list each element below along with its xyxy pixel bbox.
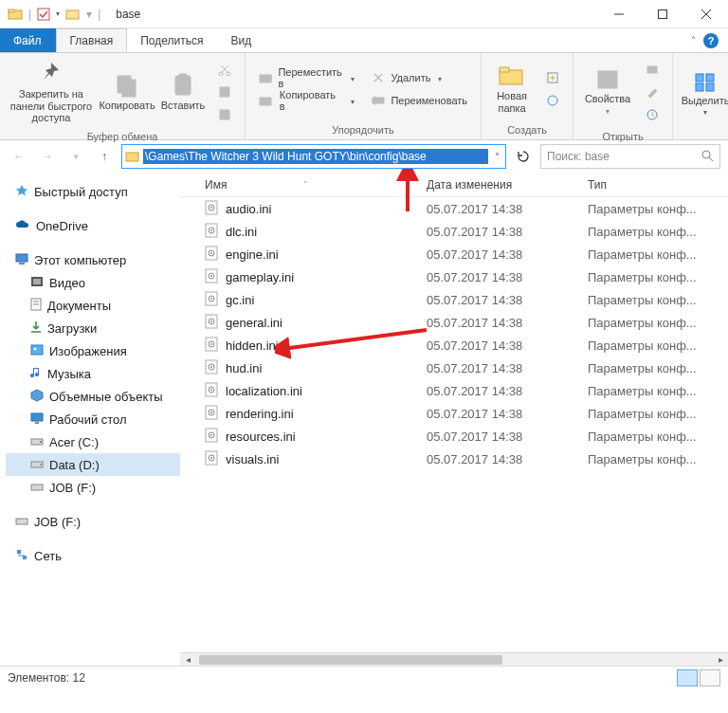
paste-shortcut-button[interactable] [214,104,235,125]
delete-button[interactable]: Удалить [368,67,471,88]
history-button[interactable] [642,104,663,125]
svg-rect-29 [696,83,703,91]
sidebar-this-pc[interactable]: Этот компьютер [6,248,180,271]
maximize-button[interactable] [641,0,684,28]
search-box[interactable]: Поиск: base [540,144,720,169]
sidebar-drive-f2[interactable]: JOB (F:) [6,510,180,533]
file-row[interactable]: dlc.ini05.07.2017 14:38Параметры конф... [180,220,728,243]
up-button[interactable]: ↑ [93,145,116,168]
file-row[interactable]: general.ini05.07.2017 14:38Параметры кон… [180,311,728,334]
objects3d-label: Объемные объекты [49,390,163,404]
tab-view[interactable]: Вид [217,28,265,52]
file-row[interactable]: resources.ini05.07.2017 14:38Параметры к… [180,425,728,448]
thumbnails-view-button[interactable] [700,669,720,686]
file-name: gc.ini [226,293,254,307]
tab-home[interactable]: Главная [56,28,128,52]
copy-to-button[interactable]: Копировать в [255,90,358,111]
select-button[interactable]: Выделить ▾ [679,70,728,119]
svg-point-49 [40,464,42,466]
minimize-button[interactable] [597,0,641,28]
copy-to-label: Копировать в [280,89,344,112]
cut-button[interactable] [214,59,235,80]
sidebar-pictures[interactable]: Изображения [6,339,180,362]
file-row[interactable]: audio.ini05.07.2017 14:38Параметры конф.… [180,197,728,220]
tab-share[interactable]: Поделиться [127,28,217,52]
move-to-button[interactable]: Переместить в [255,67,358,88]
close-button[interactable] [684,0,728,28]
file-type: Параметры конф... [588,316,728,330]
file-row[interactable]: engine.ini05.07.2017 14:38Параметры конф… [180,243,728,265]
sidebar-documents[interactable]: Документы [6,294,180,317]
easy-access-button[interactable] [542,90,563,111]
folder-icon [8,7,23,22]
file-row[interactable]: gameplay.ini05.07.2017 14:38Параметры ко… [180,265,728,288]
file-row[interactable]: visuals.ini05.07.2017 14:38Параметры кон… [180,448,728,470]
address-path[interactable]: \Games\The Witcher 3 Wild Hunt GOTY\bin\… [143,149,488,164]
column-name[interactable]: Имя ˄ [180,178,427,192]
scroll-left-icon[interactable]: ◂ [180,654,195,665]
sidebar-network[interactable]: Сеть [6,544,180,567]
status-bar: Элементов: 12 [0,666,728,688]
back-button[interactable]: ← [8,145,30,168]
open-button[interactable] [642,59,663,80]
sidebar-quick-access[interactable]: Быстрый доступ [6,180,180,203]
details-view-button[interactable] [677,669,698,686]
tab-file[interactable]: Файл [0,28,56,52]
pin-quick-access-button[interactable]: Закрепить на панели быстрого доступа [6,58,97,126]
recent-dropdown[interactable]: ▾ [64,145,87,168]
file-name: localization.ini [226,384,302,398]
sidebar-drive-f1[interactable]: JOB (F:) [6,476,180,499]
column-type[interactable]: Тип [588,178,728,192]
ribbon-group-organize: Переместить в Копировать в Удалить Переи… [246,53,482,139]
desktop-label: Рабочий стол [49,412,127,427]
sidebar-music[interactable]: Музыка [6,362,180,385]
new-folder-button[interactable]: Новая папка [487,62,537,116]
svg-point-59 [210,229,212,231]
file-name: audio.ini [226,202,271,216]
file-row[interactable]: hud.ini05.07.2017 14:38Параметры конф... [180,356,728,379]
file-date: 05.07.2017 14:38 [427,361,588,375]
sidebar-drive-d[interactable]: Data (D:) [6,453,180,476]
forward-button[interactable]: → [36,145,59,168]
file-row[interactable]: localization.ini05.07.2017 14:38Параметр… [180,379,728,402]
download-icon [30,320,42,337]
drive-icon [15,515,28,529]
svg-point-47 [40,441,42,443]
qat-properties-icon[interactable] [37,8,50,21]
address-bar[interactable]: \Games\The Witcher 3 Wild Hunt GOTY\bin\… [121,144,506,169]
properties-label: Свойства [585,93,630,105]
scroll-right-icon[interactable]: ▸ [713,654,728,665]
rename-button[interactable]: Переименовать [368,90,471,111]
copy-button[interactable]: Копировать [99,71,155,114]
cube-icon [30,389,44,405]
qat-new-folder-icon[interactable] [65,8,81,21]
file-date: 05.07.2017 14:38 [427,452,588,466]
sidebar-drive-c[interactable]: Acer (C:) [6,430,180,453]
file-row[interactable]: rendering.ini05.07.2017 14:38Параметры к… [180,402,728,425]
paste-button[interactable]: Вставить [157,71,209,114]
sidebar-videos[interactable]: Видео [6,271,180,294]
scroll-thumb[interactable] [199,655,502,665]
sidebar-desktop[interactable]: Рабочий стол [6,408,180,430]
file-row[interactable]: gc.ini05.07.2017 14:38Параметры конф... [180,288,728,311]
qat-dropdown-icon[interactable]: ▾ [56,9,60,18]
qat-separator-2: ▾ [86,8,92,21]
properties-button[interactable]: Свойства ▾ [579,66,636,118]
ini-file-icon [205,314,218,332]
horizontal-scrollbar[interactable]: ◂ ▸ [180,652,728,666]
file-row[interactable]: hidden.ini05.07.2017 14:38Параметры конф… [180,334,728,356]
column-date[interactable]: Дата изменения [427,178,588,192]
file-type: Параметры конф... [588,293,728,307]
copy-path-button[interactable] [214,82,235,102]
file-type: Параметры конф... [588,361,728,375]
sidebar-onedrive[interactable]: OneDrive [6,214,180,237]
refresh-button[interactable] [512,145,535,168]
address-dropdown-icon[interactable]: ˅ [488,152,505,162]
sidebar-downloads[interactable]: Загрузки [6,317,180,339]
navigation-pane: Быстрый доступ OneDrive Этот компьютер В… [0,173,180,666]
sidebar-3d-objects[interactable]: Объемные объекты [6,385,180,408]
new-item-button[interactable] [542,67,563,88]
edit-button[interactable] [642,82,663,102]
ribbon-collapse-icon[interactable]: ˄ [691,35,696,46]
help-icon[interactable]: ? [703,33,719,48]
